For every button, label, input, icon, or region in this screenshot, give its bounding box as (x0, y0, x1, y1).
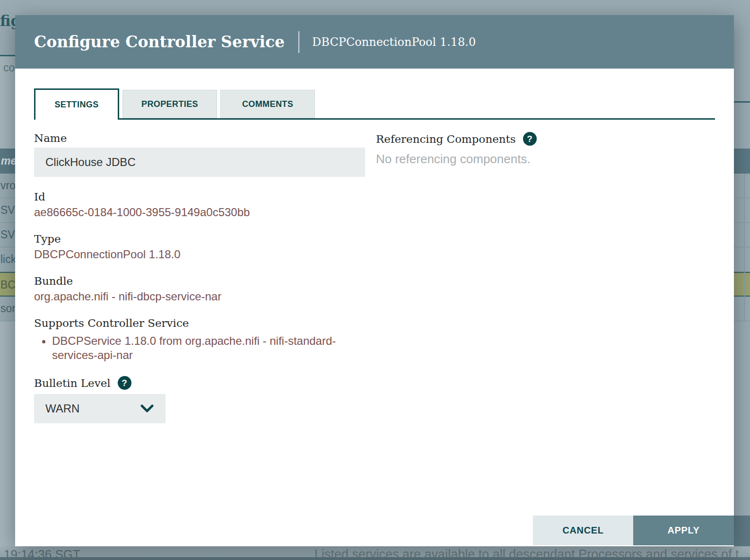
configure-controller-service-dialog: Configure Controller Service DBCPConnect… (15, 15, 734, 546)
type-field-group: Type DBCPConnectionPool 1.18.0 (34, 233, 365, 261)
name-input[interactable] (34, 148, 365, 177)
bulletin-level-label: Bulletin Level (34, 377, 111, 389)
table-row (734, 297, 750, 321)
table-row: SVF (0, 198, 15, 223)
chevron-down-icon (140, 404, 154, 413)
table-row-selected: BCI (0, 272, 15, 297)
supported-service-item: DBCPService 1.18.0 from org.apache.nifi … (52, 334, 348, 362)
bg-table-header: me (0, 149, 15, 174)
table-row (734, 174, 750, 198)
table-row: son (0, 297, 15, 321)
bg-divider-line (0, 55, 15, 56)
bundle-label: Bundle (34, 275, 365, 287)
settings-left-column: Name Id ae86665c-0184-1000-3955-9149a0c5… (34, 132, 365, 437)
bg-table-rows-right (734, 174, 750, 321)
title-divider (298, 31, 299, 53)
bulletin-label-row: Bulletin Level ? (34, 376, 365, 390)
bg-tab-fragment: co (3, 61, 15, 74)
referencing-components-label: Referencing Components (376, 133, 516, 145)
settings-tab-content: Name Id ae86665c-0184-1000-3955-9149a0c5… (34, 132, 715, 437)
type-value: DBCPConnectionPool 1.18.0 (34, 248, 365, 261)
supports-field-group: Supports Controller Service DBCPService … (34, 317, 365, 362)
bulletin-level-value: WARN (45, 402, 140, 415)
bg-button-fragment (734, 516, 750, 546)
apply-button[interactable]: APPLY (633, 516, 734, 545)
help-icon[interactable]: ? (118, 376, 131, 390)
name-field-group: Name (34, 132, 365, 177)
bundle-value: org.apache.nifi - nifi-dbcp-service-nar (34, 290, 365, 303)
tab-settings[interactable]: SETTINGS (34, 88, 119, 120)
table-row (734, 247, 750, 272)
bg-bottom-edge (0, 557, 750, 560)
no-referencing-components-text: No referencing components. (376, 152, 715, 166)
type-label: Type (34, 233, 365, 245)
supported-services-list: DBCPService 1.18.0 from org.apache.nifi … (52, 334, 348, 362)
table-row (734, 198, 750, 223)
dialog-subtitle: DBCPConnectionPool 1.18.0 (312, 35, 476, 49)
table-row: vro (0, 174, 15, 198)
table-row: lick (0, 247, 15, 272)
bg-divider-line (734, 101, 750, 103)
id-field-group: Id ae86665c-0184-1000-3955-9149a0c530bb (34, 191, 365, 219)
cancel-button[interactable]: CANCEL (533, 516, 633, 545)
bg-table-header (734, 149, 750, 174)
supports-label: Supports Controller Service (34, 317, 365, 329)
dialog-title: Configure Controller Service (34, 33, 285, 51)
bulletin-field-group: Bulletin Level ? WARN (34, 376, 365, 423)
dialog-button-bar: CANCEL APPLY (533, 516, 734, 545)
tab-properties[interactable]: PROPERTIES (122, 90, 217, 118)
id-label: Id (34, 191, 365, 203)
dialog-body: SETTINGS PROPERTIES COMMENTS Name Id ae8… (15, 69, 734, 516)
name-label: Name (34, 132, 365, 144)
table-row-selected (734, 272, 750, 297)
bulletin-level-dropdown[interactable]: WARN (34, 394, 166, 423)
settings-right-column: Referencing Components ? No referencing … (376, 132, 715, 437)
bg-table-gridline (744, 174, 745, 321)
help-icon[interactable]: ? (523, 132, 537, 146)
dialog-header: Configure Controller Service DBCPConnect… (15, 15, 734, 69)
table-row (734, 223, 750, 247)
bg-table-header-label: me (1, 155, 17, 167)
id-value: ae86665c-0184-1000-3955-9149a0c530bb (34, 206, 365, 219)
bg-table-rows-left: vro SVF SVF lick BCI son (0, 174, 15, 321)
tab-bar: SETTINGS PROPERTIES COMMENTS (34, 88, 715, 120)
referencing-label-row: Referencing Components ? (376, 132, 715, 146)
table-row: SVF (0, 223, 15, 247)
tab-comments[interactable]: COMMENTS (220, 90, 315, 118)
bundle-field-group: Bundle org.apache.nifi - nifi-dbcp-servi… (34, 275, 365, 303)
